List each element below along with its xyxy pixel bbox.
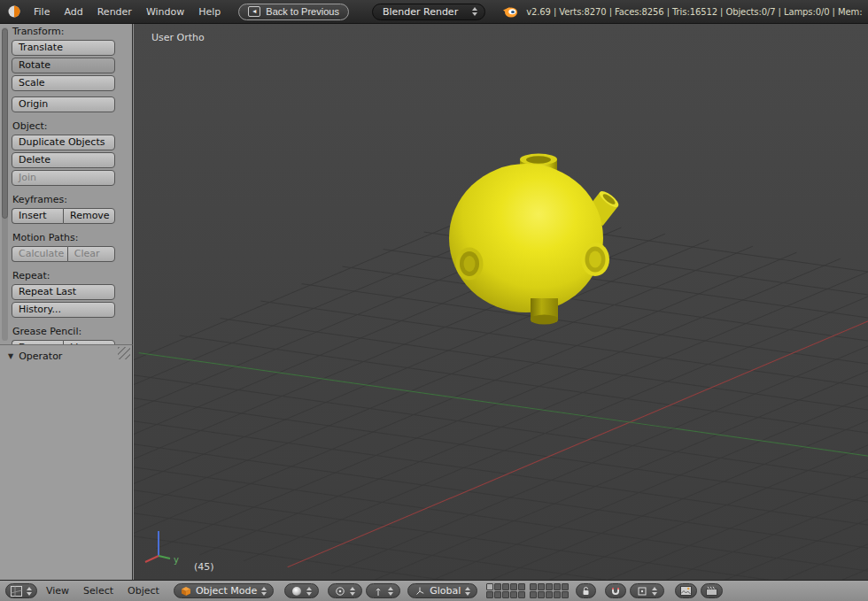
layer-toggle[interactable]	[546, 583, 553, 590]
dropdown-arrows-icon	[465, 587, 470, 596]
dropdown-arrows-icon	[27, 587, 32, 596]
layer-toggle[interactable]	[538, 591, 545, 598]
delete-button[interactable]: Delete	[12, 152, 115, 168]
tool-shelf-content: Transform: Translate Rotate Scale Origin…	[12, 24, 115, 344]
lock-icon	[581, 586, 591, 597]
layer-toggle[interactable]	[486, 591, 493, 598]
editor-type-icon[interactable]	[5, 4, 23, 19]
manipulator-dropdown[interactable]	[366, 583, 400, 598]
layer-toggle[interactable]	[518, 583, 525, 590]
tool-shelf: Transform: Translate Rotate Scale Origin…	[0, 24, 133, 344]
calculate-paths-button[interactable]: Calculate	[12, 246, 67, 262]
translate-button[interactable]: Translate	[12, 40, 115, 56]
axes-icon	[415, 586, 425, 597]
menu-object[interactable]: Object	[120, 585, 167, 597]
region-resize-grip[interactable]	[118, 347, 130, 359]
viewport-header: View Select Object Object Mode	[0, 580, 868, 601]
gizmo-y-axis	[159, 556, 170, 559]
dropdown-arrows-icon	[652, 587, 657, 596]
origin-button[interactable]: Origin	[12, 96, 115, 112]
repeat-last-button[interactable]: Repeat Last	[12, 284, 115, 300]
layer-toggle[interactable]	[502, 583, 509, 590]
opengl-render-anim-button[interactable]	[701, 583, 723, 598]
menu-view[interactable]: View	[39, 585, 76, 597]
menu-render[interactable]: Render	[90, 4, 139, 20]
back-arrow-icon: ◂	[248, 6, 260, 17]
layer-toggle[interactable]	[486, 583, 493, 590]
layer-toggle[interactable]	[494, 591, 501, 598]
blender-window: { "colors": { "blender_orange": "#e87d0d…	[0, 0, 868, 601]
snap-toggle-button[interactable]	[605, 583, 626, 598]
mine-right-cylinder	[581, 243, 609, 276]
menu-add[interactable]: Add	[57, 4, 89, 20]
render-engine-dropdown[interactable]: Blender Render	[372, 4, 485, 20]
scrollbar-thumb[interactable]	[2, 28, 8, 219]
menu-select[interactable]: Select	[76, 585, 120, 597]
insert-keyframe-button[interactable]: Insert	[12, 208, 63, 224]
snap-element-dropdown[interactable]	[630, 583, 664, 598]
pivot-point-dropdown[interactable]	[328, 583, 362, 598]
magnet-icon	[610, 586, 621, 597]
collapse-triangle-icon: ▼	[8, 352, 13, 360]
mode-value: Object Mode	[196, 585, 257, 597]
render-engine-value: Blender Render	[383, 6, 458, 18]
render-anim-icon	[706, 586, 717, 596]
menu-help[interactable]: Help	[191, 4, 228, 20]
orientation-dropdown[interactable]: Global	[407, 583, 477, 598]
remove-keyframe-button[interactable]: Remove	[63, 208, 115, 224]
translate-manipulator-icon	[373, 586, 384, 597]
layer-toggle[interactable]	[518, 591, 525, 598]
dropdown-arrows-icon	[261, 587, 267, 596]
section-label-keyframes: Keyframes:	[12, 194, 115, 205]
scale-button[interactable]: Scale	[12, 75, 115, 91]
layer-toggle[interactable]	[538, 583, 545, 590]
clear-paths-button[interactable]: Clear	[67, 246, 115, 262]
layer-toggle[interactable]	[554, 583, 561, 590]
view-orientation-label: User Ortho	[151, 32, 205, 43]
operator-panel-title: Operator	[19, 351, 62, 362]
menu-window[interactable]: Window	[139, 4, 191, 20]
layer-toggle[interactable]	[494, 583, 501, 590]
layers-widget	[486, 583, 569, 598]
orientation-value: Global	[430, 585, 461, 597]
pivot-point-icon	[335, 586, 345, 597]
opengl-render-image-button[interactable]	[675, 583, 697, 598]
back-button-label: Back to Previous	[266, 6, 339, 17]
section-label-repeat: Repeat:	[12, 270, 115, 281]
info-header: File Add Render Window Help ◂ Back to Pr…	[0, 0, 868, 24]
y-axis-line	[139, 353, 868, 492]
mode-dropdown[interactable]: Object Mode	[174, 583, 274, 598]
layer-toggle[interactable]	[554, 591, 561, 598]
layer-toggle[interactable]	[530, 591, 537, 598]
viewport-scene: y (45)	[134, 24, 868, 580]
layer-toggle[interactable]	[510, 591, 517, 598]
section-label-grease-pencil: Grease Pencil:	[12, 326, 115, 337]
layer-toggle[interactable]	[510, 583, 517, 590]
editor-type-dropdown[interactable]	[5, 583, 37, 598]
join-button[interactable]: Join	[12, 170, 115, 186]
back-to-previous-button[interactable]: ◂ Back to Previous	[238, 4, 349, 20]
snap-element-icon	[637, 586, 647, 597]
viewport-menus: View Select Object	[39, 585, 167, 597]
duplicate-objects-button[interactable]: Duplicate Objects	[12, 135, 115, 150]
layer-toggle[interactable]	[546, 591, 553, 598]
viewport-3d[interactable]: y (45) User Ortho	[134, 24, 868, 580]
operator-panel-header[interactable]: ▼ Operator	[0, 345, 132, 362]
section-label-motion-paths: Motion Paths:	[12, 232, 115, 243]
info-editor-icon	[7, 4, 21, 19]
lock-to-scene-button[interactable]	[576, 583, 596, 598]
blender-logo-icon	[501, 4, 518, 19]
tool-shelf-scrollbar[interactable]	[2, 27, 8, 341]
layer-toggle[interactable]	[562, 591, 569, 598]
layer-toggle[interactable]	[530, 583, 537, 590]
dropdown-arrows-icon	[472, 7, 477, 16]
history-button[interactable]: History...	[12, 302, 115, 318]
layer-toggle[interactable]	[562, 583, 569, 590]
layer-toggle[interactable]	[502, 591, 509, 598]
mine-object[interactable]	[449, 154, 621, 325]
mine-bottom-cylinder	[531, 298, 558, 325]
layer-group-1	[486, 583, 525, 598]
menu-file[interactable]: File	[27, 4, 57, 20]
rotate-button[interactable]: Rotate	[12, 58, 115, 73]
viewport-shading-dropdown[interactable]	[284, 583, 319, 598]
